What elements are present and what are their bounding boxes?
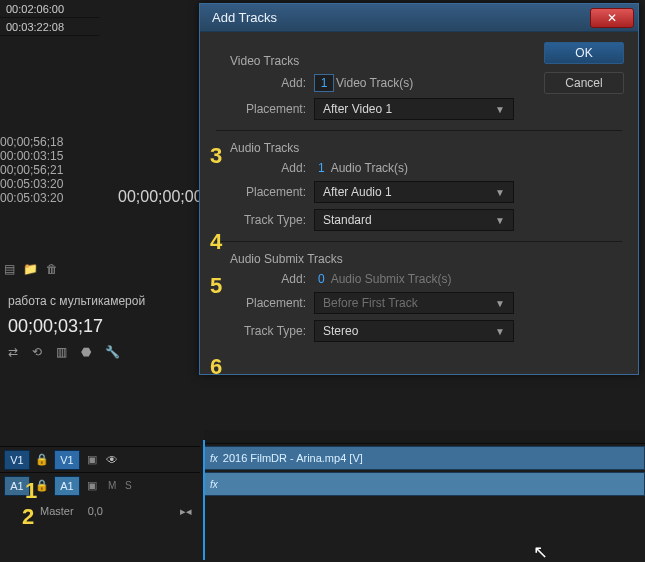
sequence-timecode[interactable]: 00;00;03;17 bbox=[0, 314, 195, 339]
project-item-list: 00;00;56;18 00:00:03:15 00;00;56;21 00:0… bbox=[0, 135, 100, 205]
cancel-button[interactable]: Cancel bbox=[544, 72, 624, 94]
submix-tracks-heading: Audio Submix Tracks bbox=[230, 252, 622, 266]
collapse-icon[interactable]: ▸◂ bbox=[180, 505, 192, 518]
trash-icon[interactable]: 🗑 bbox=[46, 262, 58, 276]
timecode: 00:00:03:15 bbox=[0, 149, 100, 163]
fx-badge[interactable]: fx bbox=[210, 453, 218, 464]
timecode: 00:02:06:00 bbox=[0, 0, 100, 18]
add-label: Add: bbox=[216, 76, 306, 90]
marker-icon[interactable]: ⬣ bbox=[81, 345, 91, 359]
eye-icon[interactable]: 👁 bbox=[104, 453, 120, 467]
target-v1-button[interactable]: V1 bbox=[54, 450, 80, 470]
chevron-down-icon: ▼ bbox=[495, 215, 505, 226]
fx-badge[interactable]: fx bbox=[210, 479, 218, 490]
chevron-down-icon: ▼ bbox=[495, 298, 505, 309]
divider bbox=[216, 241, 622, 242]
source-timecode: 00;00;00;00 bbox=[118, 188, 203, 206]
placement-label: Placement: bbox=[216, 185, 306, 199]
target-a1-button[interactable]: A1 bbox=[54, 476, 80, 496]
lock-icon[interactable]: 🔒 bbox=[34, 479, 50, 492]
dropdown-value: Stereo bbox=[323, 324, 358, 338]
master-label: Master bbox=[40, 505, 74, 517]
source-a1-button[interactable]: A1 bbox=[4, 476, 30, 496]
panel-title: работа с мультикамерой bbox=[0, 288, 195, 314]
source-v1-button[interactable]: V1 bbox=[4, 450, 30, 470]
dialog-titlebar[interactable]: Add Tracks ✕ bbox=[200, 4, 638, 32]
project-footer-icons: ▤ 📁 🗑 bbox=[4, 262, 58, 276]
audio-add-suffix: Audio Track(s) bbox=[331, 161, 408, 175]
audio-tracks-heading: Audio Tracks bbox=[230, 141, 622, 155]
dropdown-value: Standard bbox=[323, 213, 372, 227]
dropdown-value: Before First Track bbox=[323, 296, 418, 310]
tracktype-label: Track Type: bbox=[216, 213, 306, 227]
audio-clip[interactable]: fx bbox=[204, 472, 645, 496]
timecode: 00:05:03:20 bbox=[0, 177, 100, 191]
dropdown-value: After Video 1 bbox=[323, 102, 392, 116]
audio-add-value[interactable]: 1 bbox=[318, 161, 325, 175]
video-add-input[interactable] bbox=[314, 74, 334, 92]
placement-label: Placement: bbox=[216, 102, 306, 116]
wrench-icon[interactable]: 🔧 bbox=[105, 345, 120, 359]
submix-add-suffix: Audio Submix Track(s) bbox=[331, 272, 452, 286]
chevron-down-icon: ▼ bbox=[495, 187, 505, 198]
close-button[interactable]: ✕ bbox=[590, 8, 634, 28]
submix-tracktype-dropdown[interactable]: Stereo ▼ bbox=[314, 320, 514, 342]
video-placement-dropdown[interactable]: After Video 1 ▼ bbox=[314, 98, 514, 120]
chevron-down-icon: ▼ bbox=[495, 104, 505, 115]
dropdown-value: After Audio 1 bbox=[323, 185, 392, 199]
snap-icon[interactable]: ⇄ bbox=[8, 345, 18, 359]
tracktype-label: Track Type: bbox=[216, 324, 306, 338]
track-headers: V1 🔒 V1 ▣ 👁 A1 🔒 A1 ▣ M S Master 0,0 ▸◂ bbox=[0, 446, 200, 524]
master-value[interactable]: 0,0 bbox=[88, 505, 103, 517]
placement-label: Placement: bbox=[216, 296, 306, 310]
mute-solo-label[interactable]: M S bbox=[108, 480, 135, 491]
audio-tracktype-dropdown[interactable]: Standard ▼ bbox=[314, 209, 514, 231]
track-output-icon[interactable]: ▣ bbox=[84, 479, 100, 492]
chevron-down-icon: ▼ bbox=[495, 326, 505, 337]
video-track-row[interactable]: V1 🔒 V1 ▣ 👁 bbox=[0, 446, 200, 472]
timecode: 00;00;56;18 bbox=[0, 135, 100, 149]
list-view-icon[interactable]: ▤ bbox=[4, 262, 15, 276]
add-label: Add: bbox=[216, 161, 306, 175]
audio-placement-dropdown[interactable]: After Audio 1 ▼ bbox=[314, 181, 514, 203]
master-track-row[interactable]: Master 0,0 ▸◂ bbox=[0, 498, 200, 524]
multicam-panel: работа с мультикамерой 00;00;03;17 ⇄ ⟲ ▥… bbox=[0, 288, 195, 365]
close-icon: ✕ bbox=[607, 11, 617, 25]
ok-button[interactable]: OK bbox=[544, 42, 624, 64]
lock-icon[interactable]: 🔒 bbox=[34, 453, 50, 466]
project-item-list-top: 00:02:06:00 00:03:22:08 bbox=[0, 0, 100, 36]
submix-placement-dropdown: Before First Track ▼ bbox=[314, 292, 514, 314]
playhead[interactable] bbox=[203, 440, 205, 560]
timeline[interactable]: fx 2016 FilmDR - Arina.mp4 [V] fx bbox=[204, 430, 645, 496]
add-label: Add: bbox=[216, 272, 306, 286]
clip-label: 2016 FilmDR - Arina.mp4 [V] bbox=[223, 452, 363, 464]
timecode: 00:03:22:08 bbox=[0, 18, 100, 36]
time-ruler[interactable] bbox=[204, 430, 645, 444]
divider bbox=[216, 130, 622, 131]
link-icon[interactable]: ⟲ bbox=[32, 345, 42, 359]
timeline-toolbar: ⇄ ⟲ ▥ ⬣ 🔧 bbox=[0, 339, 195, 365]
submix-add-value[interactable]: 0 bbox=[318, 272, 325, 286]
dialog-title: Add Tracks bbox=[212, 10, 277, 25]
video-add-suffix: Video Track(s) bbox=[336, 76, 413, 90]
markers-icon[interactable]: ▥ bbox=[56, 345, 67, 359]
add-tracks-dialog: Add Tracks ✕ OK Cancel Video Tracks Add:… bbox=[199, 3, 639, 375]
timecode: 00;00;56;21 bbox=[0, 163, 100, 177]
mouse-cursor-icon: ↖ bbox=[533, 541, 548, 562]
video-clip[interactable]: fx 2016 FilmDR - Arina.mp4 [V] bbox=[204, 446, 645, 470]
folder-icon[interactable]: 📁 bbox=[23, 262, 38, 276]
track-output-icon[interactable]: ▣ bbox=[84, 453, 100, 466]
timecode: 00:05:03:20 bbox=[0, 191, 100, 205]
audio-track-row[interactable]: A1 🔒 A1 ▣ M S bbox=[0, 472, 200, 498]
